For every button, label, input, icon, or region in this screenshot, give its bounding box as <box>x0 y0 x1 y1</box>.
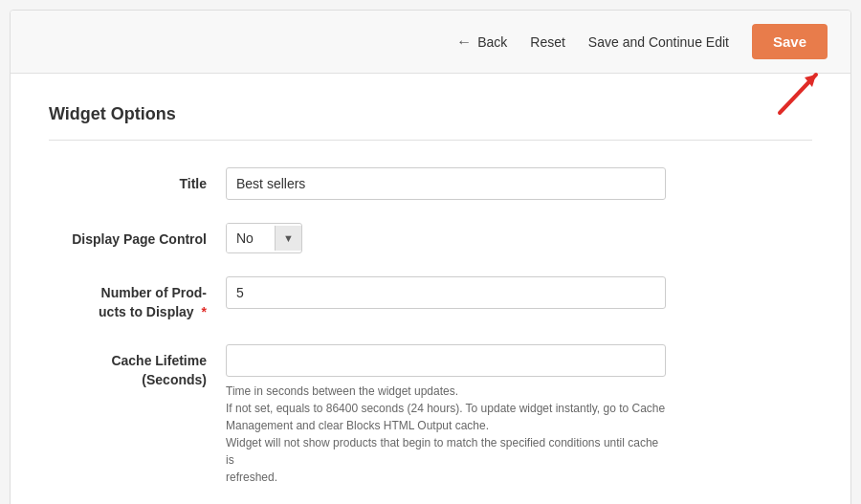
required-star: * <box>202 304 207 319</box>
num-products-label-line2: ucts to Display <box>99 304 194 319</box>
cache-help-line3: Management and clear Blocks HTML Output … <box>226 419 489 432</box>
num-products-label-line1: Number of Prod- <box>101 285 207 300</box>
cache-lifetime-label: Cache Lifetime (Seconds) <box>49 344 226 389</box>
section-title: Widget Options <box>49 104 812 124</box>
cache-lifetime-input[interactable] <box>226 344 666 377</box>
section-divider <box>49 140 812 141</box>
num-products-label: Number of Prod- ucts to Display * <box>49 276 226 321</box>
display-page-label: Display Page Control <box>49 223 226 250</box>
cache-help-text: Time in seconds between the widget updat… <box>226 383 666 486</box>
cache-help-line5: refreshed. <box>226 471 277 484</box>
reset-button[interactable]: Reset <box>530 34 565 50</box>
cache-lifetime-field: Time in seconds between the widget updat… <box>226 344 812 486</box>
cache-lifetime-row: Cache Lifetime (Seconds) Time in seconds… <box>49 344 812 486</box>
page-container: ← Back Reset Save and Continue Edit Save… <box>10 10 851 504</box>
display-page-select[interactable]: No ▼ <box>226 223 302 253</box>
title-form-row: Title <box>49 167 812 200</box>
cache-help-line2: If not set, equals to 86400 seconds (24 … <box>226 402 665 415</box>
cache-label-line1: Cache Lifetime <box>111 353 207 368</box>
select-value: No <box>227 224 275 252</box>
save-button[interactable]: Save <box>752 24 828 59</box>
reset-label: Reset <box>530 34 565 50</box>
main-content: Widget Options Title Display Page Contro… <box>11 74 850 504</box>
cache-label-line2: (Seconds) <box>142 372 207 387</box>
save-continue-button[interactable]: Save and Continue Edit <box>588 34 729 50</box>
save-continue-label: Save and Continue Edit <box>588 34 729 50</box>
display-page-control-row: Display Page Control No ▼ <box>49 223 812 253</box>
num-products-field <box>226 276 812 309</box>
chevron-down-icon[interactable]: ▼ <box>275 226 301 251</box>
display-page-field: No ▼ <box>226 223 812 253</box>
num-products-row: Number of Prod- ucts to Display * <box>49 276 812 321</box>
toolbar: ← Back Reset Save and Continue Edit Save <box>11 11 850 74</box>
back-arrow-icon: ← <box>456 33 472 51</box>
title-label: Title <box>49 167 226 194</box>
display-page-label-text: Display Page Control <box>72 231 207 247</box>
title-field-container <box>226 167 812 200</box>
cache-help-line1: Time in seconds between the widget updat… <box>226 384 458 398</box>
back-button[interactable]: ← Back <box>456 33 507 51</box>
num-products-input[interactable] <box>226 276 666 309</box>
back-label: Back <box>477 34 507 50</box>
cache-help-line4: Widget will not show products that begin… <box>226 436 658 467</box>
title-input[interactable] <box>226 167 666 200</box>
